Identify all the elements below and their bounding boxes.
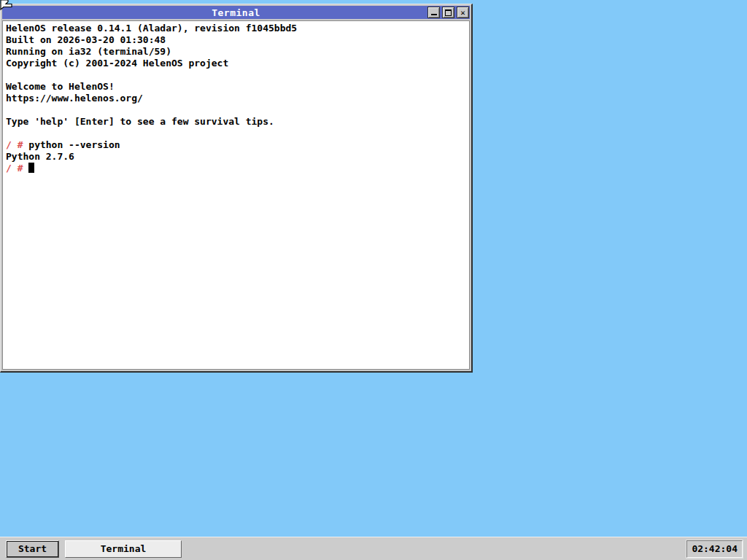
terminal-line (6, 104, 466, 116)
terminal-text: HelenOS release 0.14.1 (Aladar), revisio… (6, 23, 297, 34)
shell-prompt: / # (6, 139, 28, 150)
terminal-output[interactable]: HelenOS release 0.14.1 (Aladar), revisio… (2, 20, 470, 370)
terminal-line: Type 'help' [Enter] to see a few surviva… (6, 116, 466, 128)
terminal-text: https://www.helenos.org/ (6, 93, 143, 104)
text-cursor (28, 163, 34, 173)
window-titlebar[interactable]: Terminal ✕ (2, 6, 470, 19)
terminal-line: Running on ia32 (terminal/59) (6, 46, 466, 58)
window-title: Terminal (2, 7, 470, 18)
terminal-line (6, 128, 466, 139)
terminal-line: Python 2.7.6 (6, 151, 466, 163)
maximize-button[interactable] (442, 7, 454, 18)
terminal-text: Running on ia32 (terminal/59) (6, 46, 171, 57)
window-controls: ✕ (427, 7, 469, 18)
terminal-line: Copyright (c) 2001-2024 HelenOS project (6, 58, 466, 69)
terminal-line: Welcome to HelenOS! (6, 81, 466, 93)
terminal-text: Built on 2026-03-20 01:30:48 (6, 34, 166, 45)
terminal-text: Copyright (c) 2001-2024 HelenOS project (6, 58, 228, 69)
minimize-button[interactable] (427, 7, 440, 18)
maximize-icon (445, 9, 452, 16)
terminal-line: HelenOS release 0.14.1 (Aladar), revisio… (6, 23, 466, 34)
taskbar-window-button-terminal[interactable]: Terminal (65, 540, 182, 558)
terminal-text: python --version (28, 139, 120, 150)
close-button[interactable]: ✕ (457, 7, 469, 18)
terminal-line: / # (6, 163, 466, 174)
taskbar: Start Terminal 02:42:04 (0, 537, 747, 560)
start-button[interactable]: Start (6, 540, 59, 558)
shell-prompt: / # (6, 163, 28, 174)
terminal-line: / # python --version (6, 139, 466, 151)
terminal-text: Welcome to HelenOS! (6, 81, 115, 92)
close-icon: ✕ (460, 9, 465, 17)
minimize-icon (431, 14, 437, 15)
terminal-text: Python 2.7.6 (6, 151, 74, 162)
terminal-line: https://www.helenos.org/ (6, 93, 466, 104)
terminal-line: Built on 2026-03-20 01:30:48 (6, 34, 466, 46)
taskbar-clock: 02:42:04 (686, 540, 743, 558)
terminal-text: Type 'help' [Enter] to see a few surviva… (6, 116, 274, 127)
terminal-window: Terminal ✕ HelenOS release 0.14.1 (Alada… (0, 4, 473, 373)
terminal-line (6, 69, 466, 81)
